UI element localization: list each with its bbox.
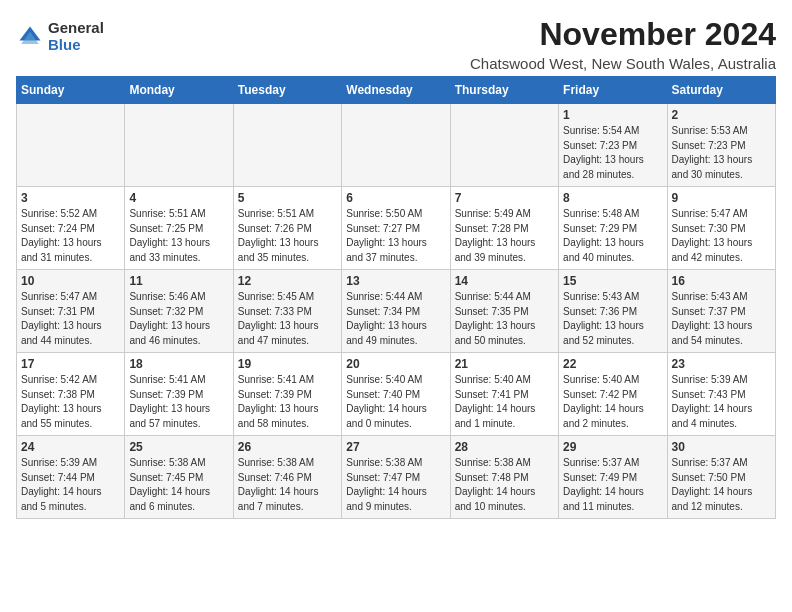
- calendar-cell: 9Sunrise: 5:47 AMSunset: 7:30 PMDaylight…: [667, 187, 775, 270]
- day-info: Sunrise: 5:43 AMSunset: 7:37 PMDaylight:…: [672, 290, 771, 348]
- calendar-cell: [17, 104, 125, 187]
- day-info: Sunrise: 5:38 AMSunset: 7:47 PMDaylight:…: [346, 456, 445, 514]
- day-info: Sunrise: 5:48 AMSunset: 7:29 PMDaylight:…: [563, 207, 662, 265]
- day-number: 10: [21, 274, 120, 288]
- day-info: Sunrise: 5:52 AMSunset: 7:24 PMDaylight:…: [21, 207, 120, 265]
- day-info: Sunrise: 5:41 AMSunset: 7:39 PMDaylight:…: [238, 373, 337, 431]
- day-number: 29: [563, 440, 662, 454]
- header-friday: Friday: [559, 77, 667, 104]
- calendar-cell: 11Sunrise: 5:46 AMSunset: 7:32 PMDayligh…: [125, 270, 233, 353]
- day-info: Sunrise: 5:40 AMSunset: 7:40 PMDaylight:…: [346, 373, 445, 431]
- day-number: 25: [129, 440, 228, 454]
- calendar-cell: 30Sunrise: 5:37 AMSunset: 7:50 PMDayligh…: [667, 436, 775, 519]
- day-number: 3: [21, 191, 120, 205]
- day-info: Sunrise: 5:40 AMSunset: 7:41 PMDaylight:…: [455, 373, 554, 431]
- day-number: 23: [672, 357, 771, 371]
- logo-icon: [16, 23, 44, 51]
- calendar-cell: [342, 104, 450, 187]
- day-info: Sunrise: 5:53 AMSunset: 7:23 PMDaylight:…: [672, 124, 771, 182]
- calendar-cell: 3Sunrise: 5:52 AMSunset: 7:24 PMDaylight…: [17, 187, 125, 270]
- calendar-week-row: 17Sunrise: 5:42 AMSunset: 7:38 PMDayligh…: [17, 353, 776, 436]
- calendar-cell: 13Sunrise: 5:44 AMSunset: 7:34 PMDayligh…: [342, 270, 450, 353]
- day-number: 27: [346, 440, 445, 454]
- title-area: November 2024 Chatswood West, New South …: [104, 16, 776, 72]
- day-number: 7: [455, 191, 554, 205]
- day-info: Sunrise: 5:43 AMSunset: 7:36 PMDaylight:…: [563, 290, 662, 348]
- calendar-week-row: 10Sunrise: 5:47 AMSunset: 7:31 PMDayligh…: [17, 270, 776, 353]
- day-number: 8: [563, 191, 662, 205]
- calendar-cell: 14Sunrise: 5:44 AMSunset: 7:35 PMDayligh…: [450, 270, 558, 353]
- header-wednesday: Wednesday: [342, 77, 450, 104]
- calendar-cell: 15Sunrise: 5:43 AMSunset: 7:36 PMDayligh…: [559, 270, 667, 353]
- day-number: 14: [455, 274, 554, 288]
- day-number: 12: [238, 274, 337, 288]
- calendar-cell: 6Sunrise: 5:50 AMSunset: 7:27 PMDaylight…: [342, 187, 450, 270]
- calendar-cell: 4Sunrise: 5:51 AMSunset: 7:25 PMDaylight…: [125, 187, 233, 270]
- day-number: 5: [238, 191, 337, 205]
- calendar-cell: 5Sunrise: 5:51 AMSunset: 7:26 PMDaylight…: [233, 187, 341, 270]
- day-info: Sunrise: 5:44 AMSunset: 7:34 PMDaylight:…: [346, 290, 445, 348]
- header-saturday: Saturday: [667, 77, 775, 104]
- logo-blue-text: Blue: [48, 37, 104, 54]
- day-info: Sunrise: 5:39 AMSunset: 7:43 PMDaylight:…: [672, 373, 771, 431]
- calendar-cell: 7Sunrise: 5:49 AMSunset: 7:28 PMDaylight…: [450, 187, 558, 270]
- page-subtitle: Chatswood West, New South Wales, Austral…: [124, 55, 776, 72]
- day-info: Sunrise: 5:38 AMSunset: 7:48 PMDaylight:…: [455, 456, 554, 514]
- day-info: Sunrise: 5:38 AMSunset: 7:46 PMDaylight:…: [238, 456, 337, 514]
- day-info: Sunrise: 5:37 AMSunset: 7:49 PMDaylight:…: [563, 456, 662, 514]
- day-number: 16: [672, 274, 771, 288]
- calendar-cell: 10Sunrise: 5:47 AMSunset: 7:31 PMDayligh…: [17, 270, 125, 353]
- calendar-cell: 16Sunrise: 5:43 AMSunset: 7:37 PMDayligh…: [667, 270, 775, 353]
- calendar-cell: 19Sunrise: 5:41 AMSunset: 7:39 PMDayligh…: [233, 353, 341, 436]
- day-info: Sunrise: 5:50 AMSunset: 7:27 PMDaylight:…: [346, 207, 445, 265]
- day-info: Sunrise: 5:47 AMSunset: 7:31 PMDaylight:…: [21, 290, 120, 348]
- logo: General Blue: [16, 20, 104, 53]
- calendar-cell: 8Sunrise: 5:48 AMSunset: 7:29 PMDaylight…: [559, 187, 667, 270]
- day-number: 9: [672, 191, 771, 205]
- day-number: 28: [455, 440, 554, 454]
- day-info: Sunrise: 5:49 AMSunset: 7:28 PMDaylight:…: [455, 207, 554, 265]
- day-number: 6: [346, 191, 445, 205]
- day-number: 18: [129, 357, 228, 371]
- calendar-cell: 18Sunrise: 5:41 AMSunset: 7:39 PMDayligh…: [125, 353, 233, 436]
- calendar-cell: 27Sunrise: 5:38 AMSunset: 7:47 PMDayligh…: [342, 436, 450, 519]
- day-info: Sunrise: 5:38 AMSunset: 7:45 PMDaylight:…: [129, 456, 228, 514]
- day-number: 22: [563, 357, 662, 371]
- header-monday: Monday: [125, 77, 233, 104]
- calendar-cell: 12Sunrise: 5:45 AMSunset: 7:33 PMDayligh…: [233, 270, 341, 353]
- day-number: 20: [346, 357, 445, 371]
- calendar-cell: 29Sunrise: 5:37 AMSunset: 7:49 PMDayligh…: [559, 436, 667, 519]
- calendar-cell: 24Sunrise: 5:39 AMSunset: 7:44 PMDayligh…: [17, 436, 125, 519]
- calendar-cell: [450, 104, 558, 187]
- day-number: 4: [129, 191, 228, 205]
- day-info: Sunrise: 5:37 AMSunset: 7:50 PMDaylight:…: [672, 456, 771, 514]
- day-info: Sunrise: 5:42 AMSunset: 7:38 PMDaylight:…: [21, 373, 120, 431]
- header-tuesday: Tuesday: [233, 77, 341, 104]
- day-number: 19: [238, 357, 337, 371]
- day-number: 11: [129, 274, 228, 288]
- calendar-cell: 17Sunrise: 5:42 AMSunset: 7:38 PMDayligh…: [17, 353, 125, 436]
- day-info: Sunrise: 5:51 AMSunset: 7:26 PMDaylight:…: [238, 207, 337, 265]
- day-number: 17: [21, 357, 120, 371]
- calendar-cell: 26Sunrise: 5:38 AMSunset: 7:46 PMDayligh…: [233, 436, 341, 519]
- calendar-cell: [125, 104, 233, 187]
- calendar-cell: 25Sunrise: 5:38 AMSunset: 7:45 PMDayligh…: [125, 436, 233, 519]
- calendar-cell: [233, 104, 341, 187]
- calendar-table: SundayMondayTuesdayWednesdayThursdayFrid…: [16, 76, 776, 519]
- calendar-cell: 28Sunrise: 5:38 AMSunset: 7:48 PMDayligh…: [450, 436, 558, 519]
- day-info: Sunrise: 5:40 AMSunset: 7:42 PMDaylight:…: [563, 373, 662, 431]
- calendar-week-row: 24Sunrise: 5:39 AMSunset: 7:44 PMDayligh…: [17, 436, 776, 519]
- calendar-cell: 1Sunrise: 5:54 AMSunset: 7:23 PMDaylight…: [559, 104, 667, 187]
- day-number: 21: [455, 357, 554, 371]
- logo-general-text: General: [48, 20, 104, 37]
- calendar-week-row: 3Sunrise: 5:52 AMSunset: 7:24 PMDaylight…: [17, 187, 776, 270]
- calendar-cell: 23Sunrise: 5:39 AMSunset: 7:43 PMDayligh…: [667, 353, 775, 436]
- calendar-week-row: 1Sunrise: 5:54 AMSunset: 7:23 PMDaylight…: [17, 104, 776, 187]
- day-number: 24: [21, 440, 120, 454]
- header-sunday: Sunday: [17, 77, 125, 104]
- header-thursday: Thursday: [450, 77, 558, 104]
- calendar-header-row: SundayMondayTuesdayWednesdayThursdayFrid…: [17, 77, 776, 104]
- day-number: 15: [563, 274, 662, 288]
- day-number: 1: [563, 108, 662, 122]
- day-number: 26: [238, 440, 337, 454]
